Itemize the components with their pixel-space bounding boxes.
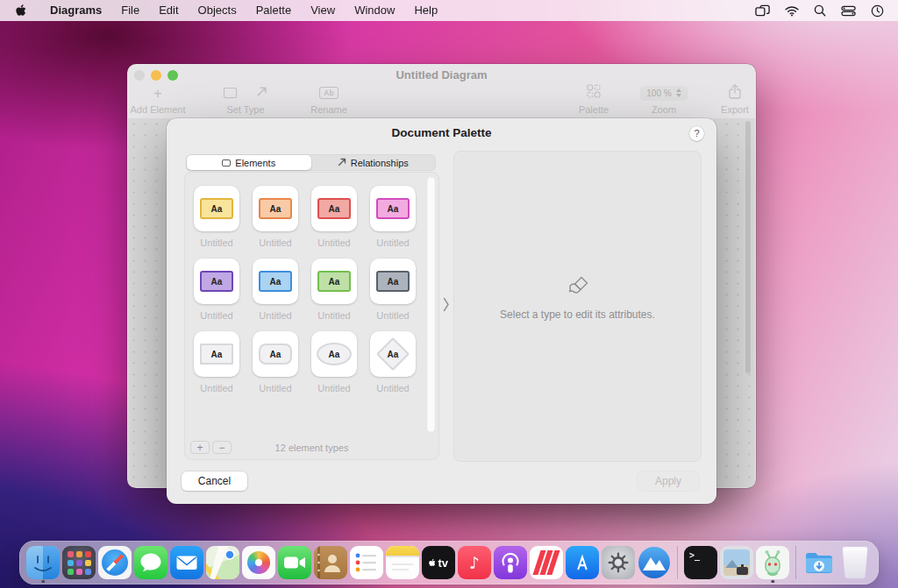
dock-divider [795, 546, 796, 579]
apple-menu[interactable] [0, 4, 40, 18]
dock-launchpad-icon[interactable] [61, 542, 96, 583]
zoom-control[interactable]: 100 % Zoom [629, 83, 699, 115]
menu-view[interactable]: View [301, 0, 345, 21]
stage-manager-icon[interactable] [755, 4, 770, 17]
apply-button[interactable]: Apply [638, 471, 699, 491]
add-element-button[interactable]: + Add Element [127, 83, 189, 115]
element-shape-icon [222, 159, 231, 166]
dock-system-settings-icon[interactable] [601, 542, 636, 583]
menu-help[interactable]: Help [404, 0, 447, 21]
export-button[interactable]: Export [700, 83, 756, 115]
dock-notes-icon[interactable] [385, 542, 420, 583]
element-type-3[interactable]: AaUntitled [311, 186, 357, 248]
zoom-stepper[interactable]: 100 % [640, 86, 688, 101]
dock-trash-icon[interactable] [837, 542, 873, 583]
palette-button[interactable]: Palette [559, 83, 629, 115]
element-type-10[interactable]: AaUntitled [253, 331, 298, 393]
sample-text: Aa [270, 350, 282, 359]
menu-window[interactable]: Window [345, 0, 404, 21]
dock-contacts-icon[interactable] [313, 542, 348, 583]
menu-edit[interactable]: Edit [149, 0, 188, 21]
dock-mountain-app-icon[interactable] [637, 542, 672, 583]
element-type-6[interactable]: AaUntitled [253, 259, 298, 321]
dock-appletv-icon[interactable]: tv [421, 542, 456, 583]
collapse-panel-handle[interactable] [443, 297, 450, 315]
help-button[interactable]: ? [689, 126, 704, 141]
tab-relationships[interactable]: Relationships [311, 155, 436, 170]
element-type-7[interactable]: AaUntitled [311, 259, 357, 321]
dock-safari-icon[interactable] [97, 542, 132, 583]
menubar-status [755, 4, 898, 18]
control-center-icon[interactable] [841, 5, 856, 17]
menu-diagrams[interactable]: Diagrams [40, 0, 111, 21]
element-type-label: Untitled [259, 310, 291, 321]
dock-news-icon[interactable] [529, 542, 564, 583]
element-type-1[interactable]: AaUntitled [194, 186, 239, 248]
share-export-icon [729, 84, 741, 103]
element-type-9[interactable]: AaUntitled [194, 331, 239, 393]
set-type-button[interactable]: Set Type [202, 83, 289, 115]
dock-photos-icon[interactable] [241, 542, 276, 583]
window-scrollbar[interactable] [745, 121, 751, 373]
dock-facetime-icon[interactable] [277, 542, 312, 583]
dock-terminal-icon[interactable]: >_ [683, 542, 718, 583]
element-type-label: Untitled [317, 310, 350, 321]
dock-podcasts-icon[interactable] [493, 542, 528, 583]
desktop: DiagramsFileEditObjectsPaletteViewWindow… [0, 0, 898, 588]
element-type-11[interactable]: AaUntitled [311, 331, 357, 393]
rename-icon: Ab [319, 87, 339, 99]
sample-text: Aa [329, 277, 340, 287]
spotlight-search-icon[interactable] [814, 4, 826, 17]
sample-text: Aa [388, 277, 399, 287]
element-type-5[interactable]: AaUntitled [194, 259, 239, 321]
paintbrush-icon [565, 287, 591, 302]
dock-music-icon[interactable]: ♪ [457, 542, 492, 583]
wifi-icon[interactable] [785, 5, 799, 17]
relationship-arrow-icon [338, 158, 346, 168]
dock-maps-icon[interactable] [205, 542, 240, 583]
element-type-12[interactable]: AaUntitled [370, 331, 416, 393]
tab-elements[interactable]: Elements [187, 155, 311, 170]
cancel-button[interactable]: Cancel [182, 471, 247, 491]
element-type-label: Untitled [200, 237, 232, 248]
sample-text: Aa [211, 204, 223, 214]
stepper-arrows-icon [676, 89, 681, 98]
dock-finder-icon[interactable] [25, 542, 61, 583]
sample-text: Aa [388, 350, 399, 359]
element-type-2[interactable]: AaUntitled [253, 186, 298, 248]
menu-objects[interactable]: Objects [189, 0, 246, 21]
tab-relationships-label: Relationships [351, 158, 409, 168]
dock-appstore-icon[interactable] [565, 542, 600, 583]
dock-downloads-icon[interactable] [802, 542, 837, 583]
apple-logo-icon [16, 4, 28, 18]
grid-scrollbar[interactable] [427, 177, 435, 432]
menu-bar: DiagramsFileEditObjectsPaletteViewWindow… [0, 0, 898, 21]
menu-file[interactable]: File [111, 0, 149, 21]
zoom-value: 100 % [646, 89, 671, 98]
tab-elements-label: Elements [235, 158, 275, 168]
dock-diagrams-app-icon[interactable] [755, 542, 790, 583]
element-type-label: Untitled [259, 383, 291, 393]
clock-icon[interactable] [871, 4, 884, 18]
palette-grid-icon [587, 84, 601, 102]
element-type-4[interactable]: AaUntitled [370, 186, 416, 248]
element-type-label: Untitled [200, 310, 232, 321]
menu-items: DiagramsFileEditObjectsPaletteViewWindow… [40, 0, 447, 21]
element-types-panel: AaUntitledAaUntitledAaUntitledAaUntitled… [184, 172, 439, 460]
dock-image-app-icon[interactable] [719, 542, 754, 583]
window-titlebar: Untitled Diagram [127, 64, 756, 85]
sample-text: Aa [329, 204, 340, 214]
add-element-label: Add Element [127, 104, 189, 115]
element-shape-icon [224, 88, 237, 98]
menu-palette[interactable]: Palette [246, 0, 301, 21]
dock-reminders-icon[interactable] [349, 542, 384, 583]
inspector-placeholder: Select a type to edit its attributes. [454, 308, 701, 321]
dialog-title: Document Palette [167, 126, 716, 139]
element-type-label: Untitled [376, 310, 409, 321]
zoom-label: Zoom [629, 104, 699, 115]
element-type-label: Untitled [259, 237, 291, 248]
dock-messages-icon[interactable] [133, 542, 168, 583]
rename-button[interactable]: Ab Rename [290, 83, 367, 115]
dock-mail-icon[interactable] [169, 542, 204, 583]
element-type-8[interactable]: AaUntitled [370, 259, 416, 321]
